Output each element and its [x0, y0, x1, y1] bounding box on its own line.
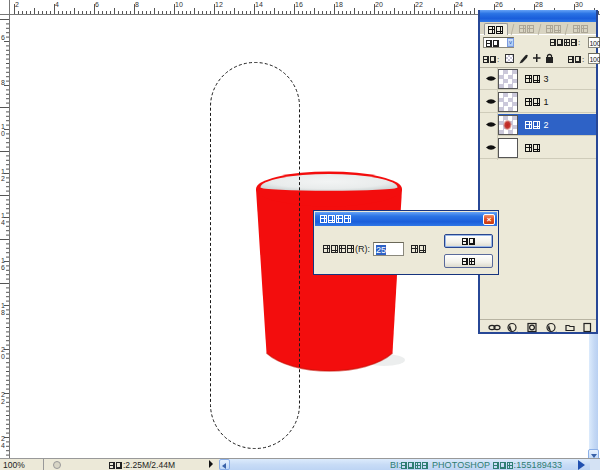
svg-text:.: .	[556, 327, 557, 333]
svg-text:.: .	[517, 327, 518, 333]
